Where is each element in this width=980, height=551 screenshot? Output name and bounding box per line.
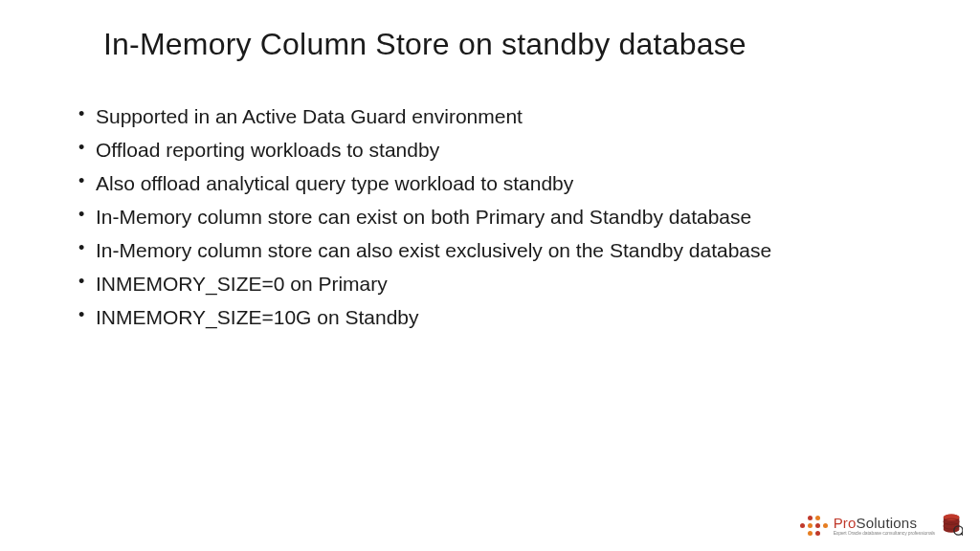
slide-title: In-Memory Column Store on standby databa… [103, 27, 934, 62]
list-item: INMEMORY_SIZE=0 on Primary [78, 268, 934, 300]
logo-text: ProSolutions Expert Oracle database cons… [834, 516, 935, 536]
list-item: INMEMORY_SIZE=10G on Standby [78, 301, 934, 334]
logo-dots-icon [800, 515, 829, 536]
logo: ProSolutions Expert Oracle database cons… [800, 513, 963, 538]
list-item: Supported in an Active Data Guard enviro… [78, 100, 934, 133]
list-item: Also offload analytical query type workl… [78, 167, 934, 200]
list-item: Offload reporting workloads to standby [78, 134, 934, 166]
svg-line-5 [962, 534, 963, 537]
database-icon [942, 513, 963, 538]
logo-tagline: Expert Oracle database consultancy profe… [834, 531, 935, 536]
logo-brand: ProSolutions [834, 516, 935, 530]
slide-container: In-Memory Column Store on standby databa… [0, 0, 980, 551]
list-item: In-Memory column store can exist on both… [78, 201, 934, 233]
list-item: In-Memory column store can also exist ex… [78, 234, 934, 267]
bullet-list: Supported in an Active Data Guard enviro… [46, 100, 934, 334]
